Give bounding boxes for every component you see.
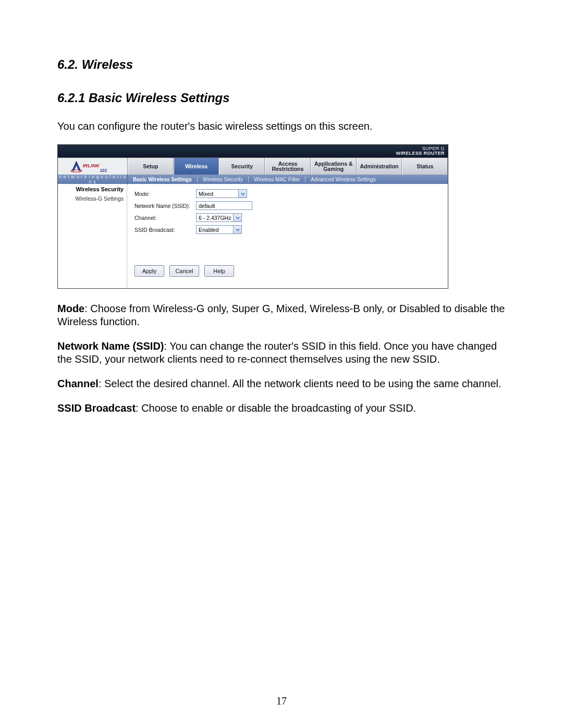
section-heading: 6.2. Wireless [57,57,506,72]
tab-apps-line2: Gaming [314,166,353,172]
broadcast-term: SSID Broadcast [57,402,136,414]
ssid-label: Network Name (SSID): [134,203,196,209]
channel-desc: : Select the desired channel. All the ne… [99,378,501,389]
cancel-button[interactable]: Cancel [169,265,199,277]
chevron-down-icon [233,214,241,221]
channel-select[interactable]: 6 - 2.437GHz [196,213,242,222]
mode-term: Mode [57,303,84,314]
broadcast-select[interactable]: Enabled [196,225,242,234]
channel-value: 6 - 2.437GHz [197,215,233,221]
button-row: Apply Cancel Help [134,265,440,277]
subtab-mac-filter[interactable]: Wireless MAC Filter [249,177,305,182]
brand-logo: IRLINK 101 [58,158,128,175]
tab-access-line2: Restrictions [272,166,304,172]
tab-wireless[interactable]: Wireless [174,158,219,175]
tab-status[interactable]: Status [402,158,448,175]
sidebar-heading: Wireless Security [58,186,124,192]
mode-label: Mode: [134,191,196,197]
form-area: Mode: Mixed Network Name (SSID): default [127,184,448,288]
sidebar-item-wireless-g: Wireless-G Settings [58,195,124,202]
tab-applications-gaming[interactable]: Applications & Gaming [311,158,357,175]
model-label: SUPER G WIRELESS ROUTER [396,146,445,156]
mode-value: Mixed [197,191,238,197]
subtab-advanced-wireless[interactable]: Advanced Wireless Settings [305,177,381,182]
ssid-paragraph: Network Name (SSID): You can change the … [57,340,506,366]
channel-label: Channel: [134,215,196,221]
subtab-wireless-security[interactable]: Wireless Security [198,177,248,182]
tab-setup[interactable]: Setup [128,158,174,175]
subsection-heading: 6.2.1 Basic Wireless Settings [57,91,506,105]
mode-paragraph: Mode: Choose from Wireless-G only, Super… [57,302,506,328]
content-area: Wireless Security Wireless-G Settings Mo… [58,184,448,288]
mode-select[interactable]: Mixed [196,189,247,198]
airlink-logo-icon: IRLINK 101 [69,159,116,174]
router-screenshot: SUPER G WIRELESS ROUTER IRLINK 101 Setup… [57,144,448,289]
sidebar: Wireless Security Wireless-G Settings [58,184,127,288]
svg-text:101: 101 [100,168,107,173]
channel-paragraph: Channel: Select the desired channel. All… [57,377,506,390]
ssid-input[interactable]: default [196,201,252,210]
intro-paragraph: You can configure the router's basic wir… [57,120,506,133]
main-tabs: IRLINK 101 Setup Wireless Security Acces… [58,157,448,175]
sub-tabs: n e t w o r k i n g s o l u t i o n s Ba… [58,175,448,184]
ssid-value: default [197,203,252,209]
brand-slogan: n e t w o r k i n g s o l u t i o n s [58,174,128,184]
model-line2: WIRELESS ROUTER [396,151,445,156]
help-button[interactable]: Help [204,265,234,277]
tab-access-restrictions[interactable]: Access Restrictions [265,158,311,175]
broadcast-label: SSID Broadcast: [134,227,196,233]
broadcast-desc: : Choose to enable or disable the broadc… [136,402,416,414]
tab-administration[interactable]: Administration [357,158,402,175]
apply-button[interactable]: Apply [134,265,164,277]
page-number: 17 [0,695,563,707]
channel-term: Channel [57,378,99,389]
broadcast-value: Enabled [197,227,233,233]
svg-text:IRLINK: IRLINK [82,163,100,168]
router-topbar: SUPER G WIRELESS ROUTER [58,145,448,157]
chevron-down-icon [238,190,247,198]
chevron-down-icon [233,226,241,233]
subtab-basic-wireless[interactable]: Basic Wireless Settings [128,177,197,182]
ssid-term: Network Name (SSID) [57,340,164,352]
broadcast-paragraph: SSID Broadcast: Choose to enable or disa… [57,402,506,415]
tab-security[interactable]: Security [219,158,265,175]
mode-desc: : Choose from Wireless-G only, Super G, … [57,303,505,327]
